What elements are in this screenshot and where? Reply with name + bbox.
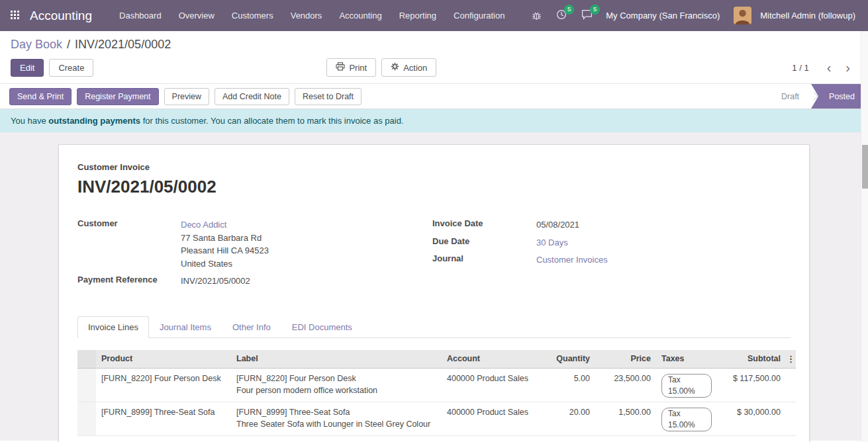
- cell-subtotal: $ 117,500.00: [717, 368, 786, 402]
- row-handle[interactable]: [77, 402, 96, 435]
- column-header-label[interactable]: Label: [231, 350, 442, 369]
- menu-overview[interactable]: Overview: [170, 0, 223, 31]
- send-and-print-button[interactable]: Send & Print: [9, 88, 72, 105]
- action-button-label: Action: [403, 63, 427, 73]
- customer-field: Customer Deco Addict 77 Santa Barbara Rd…: [77, 218, 432, 270]
- breadcrumb-separator: /: [67, 38, 70, 51]
- invoice-line-row[interactable]: [FURN_8220] Four Person Desk [FURN_8220]…: [77, 368, 796, 402]
- payment-reference-value: INV/2021/05/0002: [181, 275, 250, 288]
- tab-other-info[interactable]: Other Info: [222, 316, 281, 338]
- invoice-lines-table: Product Label Account Quantity Price Tax…: [77, 350, 796, 436]
- menu-customers[interactable]: Customers: [223, 0, 282, 31]
- handle-column-header: [77, 350, 96, 369]
- cell-subtotal: $ 30,000.00: [717, 402, 786, 435]
- cell-account: 400000 Product Sales: [442, 368, 536, 402]
- activities-button[interactable]: 5: [552, 6, 571, 25]
- menu-reporting[interactable]: Reporting: [391, 0, 445, 31]
- activities-badge: 5: [564, 5, 574, 15]
- debug-bug-icon[interactable]: [527, 7, 546, 24]
- column-header-quantity[interactable]: Quantity: [536, 350, 595, 369]
- invoice-date-label: Invoice Date: [432, 218, 536, 232]
- print-button[interactable]: Print: [326, 58, 376, 77]
- tax-tag: Tax 15.00%: [661, 408, 712, 431]
- form-view-background: Customer Invoice INV/2021/05/0002 Custom…: [0, 132, 868, 441]
- scrollbar[interactable]: [861, 31, 868, 442]
- column-header-subtotal[interactable]: Subtotal: [717, 350, 786, 369]
- user-menu[interactable]: Mitchell Admin (followup): [757, 11, 859, 21]
- create-button[interactable]: Create: [49, 59, 93, 77]
- pager-next-button[interactable]: ›: [838, 61, 857, 74]
- notebook-tabs: Invoice Lines Journal Items Other Info E…: [77, 316, 791, 338]
- invoice-line-row[interactable]: [FURN_8999] Three-Seat Sofa [FURN_8999] …: [77, 402, 796, 435]
- payment-reference-label: Payment Reference: [77, 275, 181, 288]
- cell-spacer: [786, 368, 796, 402]
- cell-account: 400000 Product Sales: [442, 402, 536, 435]
- menu-dashboard[interactable]: Dashboard: [111, 0, 170, 31]
- column-header-price[interactable]: Price: [595, 350, 656, 369]
- pager-previous-button[interactable]: ‹: [820, 61, 839, 74]
- register-payment-button[interactable]: Register Payment: [77, 88, 158, 105]
- edit-button[interactable]: Edit: [11, 59, 44, 77]
- action-button[interactable]: Action: [381, 58, 436, 77]
- gear-icon: [391, 62, 399, 73]
- status-posted[interactable]: Posted: [811, 84, 868, 109]
- invoice-number: INV/2021/05/0002: [77, 177, 791, 197]
- row-handle[interactable]: [77, 368, 96, 402]
- optional-columns-toggle[interactable]: ⋮: [786, 350, 796, 369]
- top-navbar: Accounting Dashboard Overview Customers …: [0, 0, 868, 31]
- journal-value[interactable]: Customer Invoices: [536, 253, 608, 267]
- print-button-label: Print: [349, 63, 367, 73]
- cell-product: [FURN_8220] Four Person Desk: [96, 368, 231, 402]
- due-date-value[interactable]: 30 Days: [536, 236, 568, 249]
- scrollbar-thumb[interactable]: [862, 145, 868, 189]
- menu-vendors[interactable]: Vendors: [282, 0, 331, 31]
- column-header-account[interactable]: Account: [442, 350, 536, 369]
- navbar-right: 5 5 My Company (San Francisco) Mitchell …: [527, 6, 868, 25]
- customer-link[interactable]: Deco Addict: [181, 218, 269, 232]
- breadcrumb-parent[interactable]: Day Book: [11, 38, 62, 51]
- menu-configuration[interactable]: Configuration: [445, 0, 513, 31]
- reset-to-draft-button[interactable]: Reset to Draft: [295, 88, 362, 105]
- fields-right-column: Invoice Date 05/08/2021 Due Date 30 Days…: [432, 218, 791, 292]
- tab-invoice-lines[interactable]: Invoice Lines: [77, 316, 149, 338]
- cell-quantity: 20.00: [536, 402, 595, 435]
- outstanding-payments-alert: You have outstanding payments for this c…: [0, 109, 868, 132]
- app-name[interactable]: Accounting: [30, 9, 92, 23]
- breadcrumb-current: INV/2021/05/0002: [75, 38, 171, 51]
- apps-menu-button[interactable]: [7, 7, 23, 24]
- invoice-date-value: 05/08/2021: [536, 218, 579, 232]
- column-header-product[interactable]: Product: [96, 350, 231, 369]
- customer-label: Customer: [77, 218, 181, 270]
- cell-label: [FURN_8999] Three-Seat Sofa Three Seater…: [231, 402, 442, 435]
- statusbar: Send & Print Register Payment Preview Ad…: [0, 83, 868, 109]
- cell-spacer: [786, 402, 796, 435]
- alert-text-suffix: for this customer. You can allocate them…: [140, 116, 403, 126]
- user-avatar: [734, 7, 751, 24]
- cell-taxes: Tax 15.00%: [656, 368, 717, 402]
- company-menu[interactable]: My Company (San Francisco): [603, 11, 723, 21]
- messages-button[interactable]: 5: [577, 6, 597, 25]
- tab-edi-documents[interactable]: EDI Documents: [281, 316, 363, 338]
- menu-accounting[interactable]: Accounting: [330, 0, 390, 31]
- column-header-taxes[interactable]: Taxes: [656, 350, 717, 369]
- journal-label: Journal: [432, 253, 536, 267]
- preview-button[interactable]: Preview: [164, 88, 209, 105]
- tab-journal-items[interactable]: Journal Items: [149, 316, 222, 338]
- document-actions: Print Action: [326, 58, 436, 77]
- cell-price: 23,500.00: [595, 368, 656, 402]
- printer-icon: [336, 62, 345, 73]
- due-date-label: Due Date: [432, 236, 536, 249]
- tax-tag: Tax 15.00%: [661, 374, 712, 398]
- cell-taxes: Tax 15.00%: [656, 402, 717, 435]
- document-type-label: Customer Invoice: [77, 162, 791, 172]
- apps-grid-icon: [11, 11, 19, 21]
- cell-quantity: 5.00: [536, 368, 595, 402]
- add-credit-note-button[interactable]: Add Credit Note: [215, 88, 289, 105]
- payment-reference-field: Payment Reference INV/2021/05/0002: [77, 275, 432, 288]
- invoice-form-sheet: Customer Invoice INV/2021/05/0002 Custom…: [58, 144, 810, 442]
- status-states: Draft Posted: [769, 84, 868, 109]
- pager: 1 / 1 ‹ ›: [792, 61, 857, 74]
- messages-badge: 5: [590, 5, 600, 15]
- status-draft[interactable]: Draft: [769, 84, 811, 109]
- alert-text-bold: outstanding payments: [48, 116, 140, 126]
